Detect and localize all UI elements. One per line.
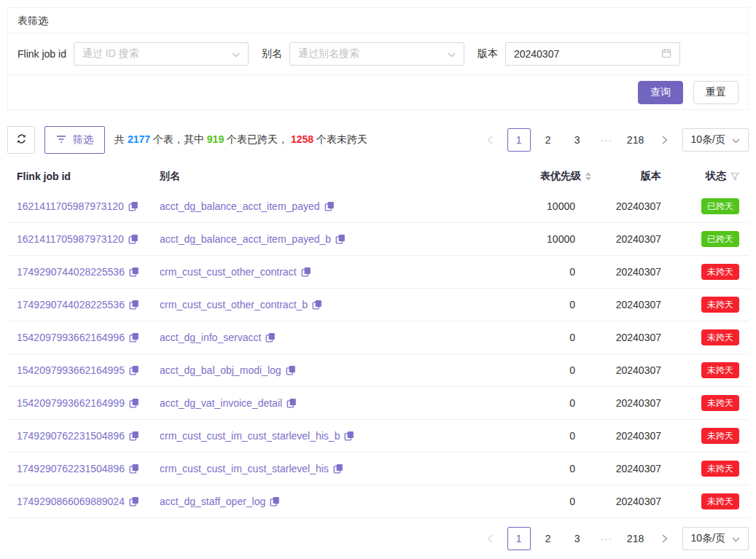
refresh-button[interactable]: [7, 126, 35, 154]
page-size-select[interactable]: 10条/页: [682, 527, 749, 550]
page-button-2[interactable]: 2: [537, 128, 560, 152]
version-label: 版本: [478, 47, 498, 60]
job-id-link[interactable]: 1542097993662164996: [17, 332, 125, 343]
prev-page-button[interactable]: [478, 527, 502, 550]
copy-icon[interactable]: [128, 201, 139, 211]
next-page-button[interactable]: [653, 128, 677, 152]
alias-link[interactable]: acct_dg_info_servacct: [160, 332, 261, 343]
alias-link[interactable]: acct_dg_bal_obj_modi_log: [160, 364, 281, 376]
status-badge: 未跨天: [701, 461, 739, 477]
table-row: 1749290744028225536 crm_cust_cust_other_…: [7, 289, 749, 321]
next-page-button[interactable]: [653, 527, 677, 550]
chevron-down-icon: [732, 533, 740, 544]
column-header-flink-job-id[interactable]: Flink job id: [7, 171, 160, 182]
summary-text: 共: [114, 133, 128, 145]
copy-icon[interactable]: [333, 464, 343, 474]
copy-icon[interactable]: [270, 496, 280, 507]
page-ellipsis[interactable]: ···: [595, 527, 618, 550]
field-alias: 别名 通过别名搜索: [262, 42, 478, 66]
copy-icon[interactable]: [129, 300, 139, 310]
copy-icon[interactable]: [335, 234, 346, 244]
copy-icon[interactable]: [128, 234, 139, 244]
priority-value: 10000: [491, 200, 593, 212]
table-body: 1621411705987973120 acct_dg_balance_acct…: [7, 190, 749, 518]
status-header-label: 状态: [706, 170, 726, 183]
page-button-218[interactable]: 218: [624, 527, 647, 550]
flink-job-id-select[interactable]: 通过 ID 搜索: [74, 42, 249, 66]
flink-job-id-placeholder: 通过 ID 搜索: [82, 47, 139, 60]
job-id-link[interactable]: 1749290744028225536: [17, 299, 125, 310]
priority-value: 0: [491, 463, 593, 474]
job-id-link[interactable]: 1621411705987973120: [17, 233, 124, 245]
version-date-input[interactable]: 20240307: [505, 42, 680, 66]
job-id-link[interactable]: 1542097993662164995: [17, 364, 125, 376]
copy-icon[interactable]: [129, 431, 139, 441]
column-header-status: 状态: [673, 170, 749, 183]
sort-carets-icon[interactable]: [585, 172, 591, 181]
version-value: 20240307: [593, 332, 673, 343]
priority-value: 0: [491, 332, 593, 343]
alias-link[interactable]: crm_cust_cust_other_contract_b: [160, 299, 308, 310]
page-size-value: 10条/页: [691, 532, 725, 545]
priority-value: 0: [491, 496, 593, 507]
job-id-link[interactable]: 1749290744028225536: [17, 266, 125, 278]
table-row: 1621411705987973120 acct_dg_balance_acct…: [7, 190, 749, 223]
page-button-3[interactable]: 3: [566, 128, 589, 152]
table-header-row: Flink job id 别名 表优先级 版本 状态: [7, 163, 749, 190]
priority-value: 0: [491, 430, 593, 442]
copy-icon[interactable]: [129, 464, 139, 474]
page-button-1[interactable]: 1: [507, 527, 531, 550]
status-badge: 未跨天: [701, 395, 739, 411]
alias-select[interactable]: 通过别名搜索: [289, 42, 464, 66]
copy-icon[interactable]: [265, 332, 276, 343]
alias-link[interactable]: crm_cust_cust_other_contract: [160, 266, 297, 278]
page-ellipsis[interactable]: ···: [595, 128, 618, 152]
copy-icon[interactable]: [129, 398, 139, 408]
job-id-link[interactable]: 1749290762231504896: [17, 430, 125, 442]
alias-link[interactable]: acct_dg_staff_oper_log: [160, 496, 265, 507]
filter-toggle-label: 筛选: [73, 133, 93, 146]
copy-icon[interactable]: [287, 398, 297, 408]
alias-link[interactable]: crm_cust_cust_im_cust_starlevel_his_b: [160, 430, 340, 442]
table-row: 1749290762231504896 crm_cust_cust_im_cus…: [7, 420, 749, 453]
page-size-select[interactable]: 10条/页: [682, 128, 749, 152]
page-size-value: 10条/页: [691, 133, 725, 146]
job-id-link[interactable]: 1749290866069889024: [17, 496, 125, 507]
page-button-1[interactable]: 1: [507, 128, 531, 152]
alias-link[interactable]: acct_dg_vat_invoice_detail: [160, 397, 282, 409]
filter-funnel-icon[interactable]: [730, 172, 739, 181]
alias-link[interactable]: crm_cust_cust_im_cust_starlevel_his: [160, 463, 329, 474]
copy-icon[interactable]: [324, 201, 335, 211]
reset-button[interactable]: 重置: [693, 81, 739, 104]
priority-value: 0: [491, 299, 593, 310]
alias-link[interactable]: acct_dg_balance_acct_item_payed_b: [160, 233, 331, 245]
alias-label: 别名: [262, 47, 282, 60]
copy-icon[interactable]: [129, 496, 139, 507]
page-button-218[interactable]: 218: [624, 128, 647, 152]
page-button-2[interactable]: 2: [537, 527, 560, 550]
copy-icon[interactable]: [286, 365, 296, 375]
copy-icon[interactable]: [129, 332, 139, 343]
column-header-priority[interactable]: 表优先级: [491, 170, 593, 183]
status-badge: 未跨天: [701, 297, 739, 313]
copy-icon[interactable]: [344, 431, 354, 441]
copy-icon[interactable]: [312, 300, 322, 310]
filter-toggle-button[interactable]: 筛选: [44, 126, 105, 154]
alias-link[interactable]: acct_dg_balance_acct_item_payed: [160, 200, 320, 212]
copy-icon[interactable]: [129, 365, 139, 375]
job-id-link[interactable]: 1621411705987973120: [17, 200, 124, 212]
version-value: 20240307: [593, 299, 673, 310]
prev-page-button[interactable]: [478, 128, 502, 152]
query-button[interactable]: 查询: [638, 81, 683, 104]
page-button-3[interactable]: 3: [566, 527, 589, 550]
version-value: 20240307: [593, 233, 673, 245]
column-header-alias[interactable]: 别名: [160, 170, 491, 183]
copy-icon[interactable]: [129, 267, 139, 277]
filter-actions: 查询 重置: [8, 75, 748, 109]
copy-icon[interactable]: [301, 267, 311, 277]
status-badge: 未跨天: [701, 428, 739, 444]
job-id-link[interactable]: 1749290762231504896: [17, 463, 125, 474]
summary-text: 个表未跨天: [313, 133, 367, 145]
job-id-link[interactable]: 1542097993662164999: [17, 397, 125, 409]
data-table: Flink job id 别名 表优先级 版本 状态 1621411705987…: [7, 163, 749, 518]
